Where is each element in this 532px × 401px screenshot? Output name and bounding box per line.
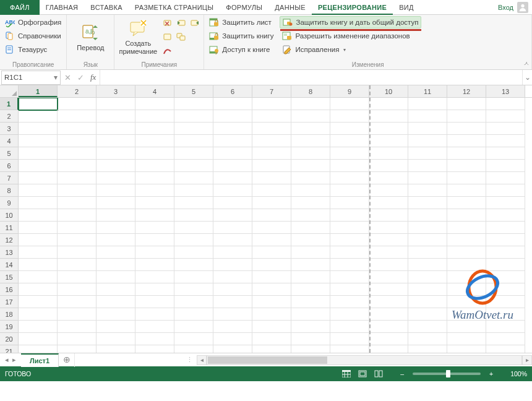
cell[interactable] [213,197,252,209]
cell[interactable] [369,98,408,110]
cell[interactable] [486,184,525,197]
cancel-formula-icon[interactable]: ✕ [64,73,71,82]
cell[interactable] [213,308,252,321]
sheet-nav-next-icon[interactable]: ▸ [12,356,16,364]
cell[interactable] [213,135,252,147]
cell[interactable] [330,98,369,110]
cell[interactable] [135,283,174,296]
cell[interactable] [252,259,291,271]
zoom-in-button[interactable]: + [489,370,493,377]
row-header[interactable]: 8 [0,184,19,197]
cell[interactable] [252,147,291,160]
cell[interactable] [97,333,135,345]
show-hide-comment-button[interactable] [161,31,174,43]
cell[interactable] [213,259,252,271]
cell[interactable] [447,296,486,308]
cell[interactable] [213,222,252,234]
cell[interactable] [330,197,369,209]
cell[interactable] [291,160,330,172]
cell[interactable] [58,283,97,296]
cell[interactable] [447,271,486,283]
cell[interactable] [330,172,369,184]
row-header[interactable]: 5 [0,147,19,160]
cell[interactable] [58,98,97,110]
cell[interactable] [19,222,58,234]
cell[interactable] [291,222,330,234]
cell[interactable] [486,98,525,110]
cell[interactable] [135,321,174,333]
cell[interactable] [291,259,330,271]
allow-ranges-button[interactable]: Разрешить изменение диапазонов [280,30,421,42]
cell[interactable] [447,98,486,110]
cell[interactable] [252,321,291,333]
cell[interactable] [174,259,213,271]
cell[interactable] [291,283,330,296]
cell[interactable] [369,123,408,135]
cell[interactable] [330,222,369,234]
cell[interactable] [447,209,486,222]
show-all-comments-button[interactable] [175,31,187,43]
cell[interactable] [408,184,447,197]
cell[interactable] [486,296,525,308]
cell[interactable] [135,123,174,135]
cell[interactable] [213,172,252,184]
cell[interactable] [252,271,291,283]
cell[interactable] [330,333,369,345]
cell[interactable] [19,147,58,160]
cell[interactable] [58,135,97,147]
cell[interactable] [486,197,525,209]
cell[interactable] [369,184,408,197]
cell[interactable] [58,333,97,345]
cell[interactable] [19,246,58,259]
cell[interactable] [58,209,97,222]
cell[interactable] [369,259,408,271]
share-book-button[interactable]: Доступ к книге [207,43,276,56]
cell[interactable] [213,209,252,222]
cell[interactable] [369,283,408,296]
cell[interactable] [97,283,135,296]
row-header[interactable]: 9 [0,197,19,209]
tab-view[interactable]: ВИД [393,0,420,15]
cell[interactable] [58,234,97,246]
cell[interactable] [97,296,135,308]
cell[interactable] [369,209,408,222]
row-header[interactable]: 1 [0,98,19,110]
cell[interactable] [330,147,369,160]
cell[interactable] [174,147,213,160]
cell[interactable] [19,296,58,308]
cell[interactable] [174,271,213,283]
new-comment-button[interactable]: Создать примечание [117,16,159,57]
cell[interactable] [330,246,369,259]
cell[interactable] [58,345,97,353]
cell[interactable] [252,345,291,353]
expand-formula-bar-icon[interactable]: ⌄ [522,70,532,85]
cell[interactable] [408,308,447,321]
cell[interactable] [135,110,174,123]
cell[interactable] [252,184,291,197]
cell[interactable] [330,308,369,321]
cell[interactable] [447,184,486,197]
row-header[interactable]: 11 [0,222,19,234]
add-sheet-button[interactable]: ⊕ [59,353,75,367]
cell[interactable] [135,271,174,283]
cell[interactable] [408,259,447,271]
tab-formulas[interactable]: ФОРМУЛЫ [220,0,268,15]
cell[interactable] [252,160,291,172]
cell[interactable] [19,110,58,123]
enter-formula-icon[interactable]: ✓ [77,73,84,82]
cell[interactable] [447,160,486,172]
cell[interactable] [369,160,408,172]
cell[interactable] [58,259,97,271]
cell[interactable] [58,147,97,160]
spelling-button[interactable]: ABC Орфография [2,16,64,28]
cell[interactable] [369,308,408,321]
tab-insert[interactable]: ВСТАВКА [84,0,128,15]
cell[interactable] [58,296,97,308]
sheet-tab-1[interactable]: Лист1 [21,353,59,367]
cell[interactable] [486,123,525,135]
cell[interactable] [252,98,291,110]
cell[interactable] [213,98,252,110]
select-all-corner[interactable] [0,85,19,97]
cell[interactable] [135,259,174,271]
col-header[interactable]: 1 [19,85,58,97]
